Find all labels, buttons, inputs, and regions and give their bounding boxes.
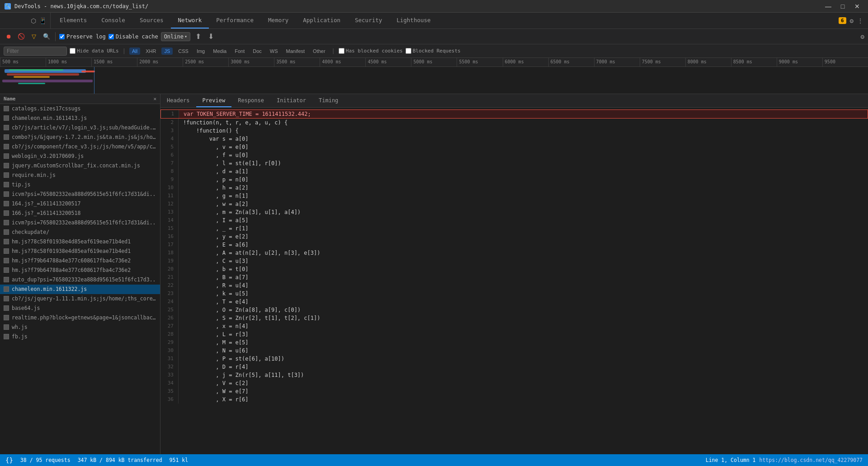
tab-application[interactable]: Application bbox=[296, 13, 348, 29]
filter-css[interactable]: CSS bbox=[175, 48, 191, 55]
line-content: , D = r[4] bbox=[179, 363, 249, 371]
devtools-icon-device[interactable]: 📱 bbox=[39, 17, 47, 24]
filter-input[interactable] bbox=[4, 47, 67, 56]
close-button[interactable]: ✕ bbox=[851, 0, 863, 13]
file-item[interactable]: hm.js?f79b64788a4e377c608617fba4c736e2 bbox=[0, 256, 160, 266]
line-number: 26 bbox=[160, 314, 179, 322]
tab-security[interactable]: Security bbox=[348, 13, 389, 29]
file-item[interactable]: weblogin_v3.20170609.js bbox=[0, 152, 160, 161]
tab-preview[interactable]: Preview bbox=[196, 94, 232, 107]
file-item[interactable]: cb?/js/component/face_v3.js;/js/home/v5/… bbox=[0, 142, 160, 152]
close-panel-button[interactable]: ✕ bbox=[153, 96, 156, 102]
tab-response[interactable]: Response bbox=[231, 94, 270, 107]
file-item[interactable]: realtime.php?block=getnews&page=1&jsonca… bbox=[0, 313, 160, 323]
tab-elements[interactable]: Elements bbox=[52, 13, 94, 29]
code-viewer[interactable]: 1var TOKEN_SERVER_TIME = 1611411532.442;… bbox=[160, 108, 868, 454]
status-url: https://blog.csdn.net/qq_42279077 bbox=[760, 457, 863, 463]
filter-js[interactable]: JS bbox=[161, 48, 173, 55]
network-toolbar: ⏺ 🚫 ▽ 🔍 Preserve log Disable cache Onlin… bbox=[0, 29, 868, 44]
file-item[interactable]: jquery.mCustomScrollbar_fix.concat.min.j… bbox=[0, 161, 160, 171]
network-settings-icon[interactable]: ⚙ bbox=[861, 33, 864, 40]
filter-media[interactable]: Media bbox=[210, 48, 229, 55]
code-line: 26 , S = Zn(r[2], t[1], t[2], c[1]) bbox=[160, 314, 868, 322]
line-number: 6 bbox=[160, 151, 179, 159]
file-item[interactable]: cb?/js/jquery-1.11.1.min.js;js/home/;ths… bbox=[0, 294, 160, 304]
file-item[interactable]: combo?js/&jquery-1.7.2.min.js&ta.min.js&… bbox=[0, 133, 160, 142]
line-content: , N = u[6] bbox=[179, 347, 249, 355]
file-item[interactable]: hm.js?78c58f01938e4d85eaf619eae71b4ed1 bbox=[0, 247, 160, 256]
filter-xhr[interactable]: XHR bbox=[143, 48, 159, 55]
tab-timing[interactable]: Timing bbox=[312, 94, 344, 107]
settings-icon[interactable]: ⚙ bbox=[850, 17, 854, 24]
tab-console[interactable]: Console bbox=[94, 13, 132, 29]
preserve-log-label[interactable]: Preserve log bbox=[59, 33, 106, 40]
file-item[interactable]: chameleon.min.1611413.js bbox=[0, 114, 160, 123]
file-item[interactable]: icvm?psi=765802332ea888d95615e51f6fc17d3… bbox=[0, 218, 160, 228]
title-bar: 🔧 DevTools - news.10jqka.com.cn/today_li… bbox=[0, 0, 868, 13]
blocked-requests-checkbox[interactable] bbox=[406, 48, 411, 54]
file-item[interactable]: 164.js?_=1611413200517 bbox=[0, 199, 160, 209]
tab-sources[interactable]: Sources bbox=[132, 13, 171, 29]
tab-network[interactable]: Network bbox=[171, 13, 209, 29]
file-item[interactable]: require.min.js bbox=[0, 171, 160, 180]
filter-ws[interactable]: WS bbox=[267, 48, 281, 55]
throttle-dropdown[interactable]: Online ▾ bbox=[161, 32, 190, 41]
filter-all[interactable]: All bbox=[129, 48, 140, 55]
filter-manifest[interactable]: Manifest bbox=[283, 48, 308, 55]
disable-cache-label[interactable]: Disable cache bbox=[108, 33, 158, 40]
file-item[interactable]: icvm?psi=765802332ea888d95615e51f6fc17d3… bbox=[0, 190, 160, 199]
tab-lighthouse[interactable]: Lighthouse bbox=[389, 13, 438, 29]
line-number: 28 bbox=[160, 330, 179, 338]
file-type-icon bbox=[4, 324, 9, 330]
code-line: 31 , P = st(e[6], a[10]) bbox=[160, 355, 868, 363]
filter-font[interactable]: Font bbox=[232, 48, 247, 55]
more-icon[interactable]: ⋮ bbox=[857, 17, 863, 24]
line-content: , A = at(n[2], u[2], n[3], e[3]) bbox=[179, 249, 320, 257]
filter-other[interactable]: Other bbox=[310, 48, 328, 55]
blocked-requests-label[interactable]: Blocked Requests bbox=[406, 48, 461, 54]
import-button[interactable]: ⬆ bbox=[193, 32, 203, 42]
clear-button[interactable]: 🚫 bbox=[16, 32, 26, 42]
file-item[interactable]: fb.js bbox=[0, 332, 160, 342]
curly-braces-icon[interactable]: {} bbox=[5, 456, 13, 464]
tab-headers[interactable]: Headers bbox=[160, 94, 196, 107]
line-number: 31 bbox=[160, 355, 179, 363]
file-type-icon bbox=[4, 106, 9, 111]
minimize-button[interactable]: — bbox=[822, 0, 835, 13]
file-item[interactable]: hm.js?f79b64788a4e377c608617fba4c736e2 bbox=[0, 266, 160, 275]
tab-memory[interactable]: Memory bbox=[261, 13, 296, 29]
code-line: 15 , _ = r[1] bbox=[160, 224, 868, 233]
export-button[interactable]: ⬇ bbox=[206, 32, 216, 42]
file-item[interactable]: cb?/js/article/v7/;login_v3.js;sub/headG… bbox=[0, 123, 160, 133]
file-item[interactable]: chameleon.min.1611322.js bbox=[0, 285, 160, 294]
file-name-text: chameleon.min.1611413.js bbox=[12, 115, 87, 121]
line-number: 10 bbox=[160, 184, 179, 192]
hide-data-urls-checkbox[interactable] bbox=[70, 48, 75, 54]
devtools-icon-inspect[interactable]: ⬡ bbox=[31, 17, 36, 24]
code-line: 23 , k = u[5] bbox=[160, 290, 868, 298]
file-item[interactable]: 166.js?_=1611413200518 bbox=[0, 209, 160, 218]
maximize-button[interactable]: □ bbox=[836, 0, 849, 13]
file-item[interactable]: checkupdate/ bbox=[0, 228, 160, 237]
file-item[interactable]: tip.js bbox=[0, 180, 160, 190]
record-button[interactable]: ⏺ bbox=[4, 32, 14, 42]
file-item[interactable]: auto_dup?psi=765802332ea888d95615e51f6fc… bbox=[0, 275, 160, 285]
blocked-cookies-label[interactable]: Has blocked cookies bbox=[339, 48, 403, 54]
filter-doc[interactable]: Doc bbox=[250, 48, 264, 55]
file-item[interactable]: wh.js bbox=[0, 323, 160, 332]
warning-badge[interactable]: 6 bbox=[839, 17, 846, 24]
timeline-content[interactable] bbox=[0, 67, 868, 94]
file-item[interactable]: hm.js?78c58f01938e4d85eaf619eae71b4ed1 bbox=[0, 237, 160, 247]
preserve-log-checkbox[interactable] bbox=[59, 34, 65, 39]
hide-data-urls-label[interactable]: Hide data URLs bbox=[70, 48, 119, 54]
file-item[interactable]: base64.js bbox=[0, 304, 160, 313]
blocked-cookies-checkbox[interactable] bbox=[339, 48, 344, 54]
filter-icon-button[interactable]: ▽ bbox=[29, 32, 39, 42]
tab-performance[interactable]: Performance bbox=[209, 13, 261, 29]
line-number: 5 bbox=[160, 143, 179, 151]
file-item[interactable]: catalogs.sizes17cssugs bbox=[0, 104, 160, 114]
filter-img[interactable]: Img bbox=[194, 48, 208, 55]
disable-cache-checkbox[interactable] bbox=[108, 34, 114, 39]
search-button[interactable]: 🔍 bbox=[42, 32, 52, 42]
tab-initiator[interactable]: Initiator bbox=[270, 94, 312, 107]
